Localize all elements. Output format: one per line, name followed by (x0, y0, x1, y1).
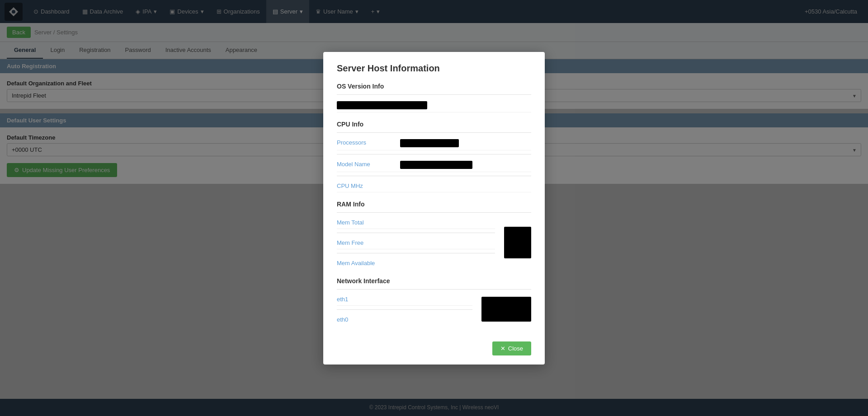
network-rows-container: eth1 eth0 (337, 293, 531, 326)
close-label: Close (508, 345, 523, 352)
modal-title: Server Host Information (337, 63, 531, 74)
close-icon: ✕ (500, 345, 505, 352)
network-divider (337, 289, 531, 290)
ram-section-title: RAM Info (337, 201, 531, 208)
network-section-title: Network Interface (337, 277, 531, 285)
model-name-label: Model Name (337, 161, 400, 168)
processors-value (400, 139, 531, 147)
eth1-row: eth1 (337, 293, 472, 306)
os-version-value (337, 101, 531, 109)
processors-redacted (400, 139, 459, 147)
mem-total-row: Mem Total (337, 216, 495, 229)
processors-row: Processors (337, 136, 531, 150)
row-divider (337, 154, 531, 154)
eth1-label: eth1 (337, 296, 400, 303)
mem-free-label: Mem Free (337, 239, 400, 246)
cpu-section-title: CPU Info (337, 121, 531, 128)
row-divider (337, 253, 495, 253)
row-divider (337, 233, 495, 233)
network-labels: eth1 eth0 (337, 293, 472, 326)
mem-available-row: Mem Available (337, 257, 495, 269)
model-name-value (400, 161, 531, 169)
ram-redacted (504, 227, 531, 258)
os-version-row (337, 98, 531, 112)
mem-total-label: Mem Total (337, 219, 400, 226)
processors-label: Processors (337, 139, 400, 146)
ram-rows-container: Mem Total Mem Free Mem Available (337, 216, 531, 269)
network-redacted (481, 297, 531, 322)
mem-available-label: Mem Available (337, 260, 400, 266)
eth0-row: eth0 (337, 313, 472, 326)
network-redacted-container (481, 293, 531, 326)
ram-redacted-container (504, 216, 531, 269)
row-divider (337, 309, 472, 310)
eth0-label: eth0 (337, 316, 400, 323)
row-divider (337, 176, 531, 176)
server-host-info-modal: Server Host Information OS Version Info … (323, 52, 545, 365)
cpu-divider (337, 132, 531, 133)
model-redacted (400, 161, 472, 169)
os-divider (337, 94, 531, 95)
os-section-title: OS Version Info (337, 83, 531, 90)
os-redacted (337, 101, 427, 109)
mem-free-row: Mem Free (337, 237, 495, 249)
cpu-mhz-row: CPU MHz (337, 180, 531, 192)
model-name-row: Model Name (337, 158, 531, 172)
cpu-mhz-label: CPU MHz (337, 182, 400, 189)
modal-footer: ✕ Close (337, 335, 531, 355)
modal-overlay: Server Host Information OS Version Info … (0, 0, 868, 416)
ram-labels: Mem Total Mem Free Mem Available (337, 216, 495, 269)
ram-divider (337, 212, 531, 213)
close-button[interactable]: ✕ Close (492, 341, 531, 355)
